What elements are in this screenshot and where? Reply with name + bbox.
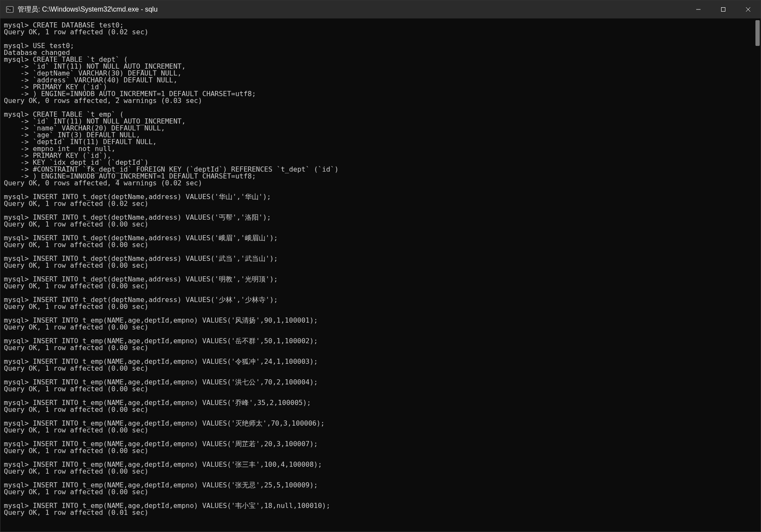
maximize-button[interactable] — [711, 0, 736, 18]
window-title: 管理员: C:\Windows\System32\cmd.exe - sqlu — [18, 5, 157, 14]
titlebar[interactable]: 管理员: C:\Windows\System32\cmd.exe - sqlu — [0, 0, 761, 18]
terminal-line — [4, 36, 757, 42]
terminal-line: Query OK, 0 rows affected, 2 warnings (0… — [4, 97, 757, 104]
terminal-line: Query OK, 1 row affected (0.00 sec) — [4, 406, 757, 413]
terminal-line: Query OK, 1 row affected (0.00 sec) — [4, 427, 757, 434]
terminal-body[interactable]: mysql> CREATE DATABASE test0;Query OK, 1… — [0, 18, 761, 532]
terminal-line: Query OK, 1 row affected (0.00 sec) — [4, 221, 757, 228]
terminal-output: mysql> CREATE DATABASE test0;Query OK, 1… — [4, 22, 757, 523]
scrollbar-thumb[interactable] — [755, 20, 760, 46]
terminal-line: Query OK, 1 row affected (0.00 sec) — [4, 303, 757, 310]
terminal-line: Query OK, 1 row affected (0.00 sec) — [4, 365, 757, 372]
terminal-line: -> `address` VARCHAR(40) DEFAULT NULL, — [4, 77, 757, 84]
terminal-line: Query OK, 1 row affected (0.00 sec) — [4, 447, 757, 454]
terminal-line — [4, 516, 757, 523]
terminal-line: Query OK, 1 row affected (0.02 sec) — [4, 29, 757, 36]
terminal-line: Query OK, 1 row affected (0.02 sec) — [4, 200, 757, 207]
close-button[interactable] — [736, 0, 761, 18]
terminal-line: -> empno int not null, — [4, 145, 757, 152]
terminal-line: Query OK, 1 row affected (0.00 sec) — [4, 468, 757, 475]
window-controls — [686, 0, 761, 18]
terminal-line: Query OK, 1 row affected (0.00 sec) — [4, 242, 757, 248]
terminal-line: Query OK, 1 row affected (0.00 sec) — [4, 324, 757, 331]
terminal-line: Query OK, 1 row affected (0.01 sec) — [4, 509, 757, 516]
terminal-line: Query OK, 0 rows affected, 4 warnings (0… — [4, 180, 757, 187]
terminal-line: mysql> USE test0; — [4, 42, 757, 49]
terminal-line: -> `deptId` INT(11) DEFAULT NULL, — [4, 139, 757, 145]
terminal-line: Query OK, 1 row affected (0.00 sec) — [4, 386, 757, 393]
terminal-line: Query OK, 1 row affected (0.00 sec) — [4, 262, 757, 269]
terminal-line: Query OK, 1 row affected (0.00 sec) — [4, 283, 757, 290]
svg-rect-3 — [722, 8, 725, 12]
cmd-icon — [6, 5, 14, 14]
minimize-button[interactable] — [686, 0, 711, 18]
terminal-line: Query OK, 1 row affected (0.00 sec) — [4, 345, 757, 351]
terminal-line: Query OK, 1 row affected (0.00 sec) — [4, 489, 757, 496]
svg-rect-0 — [6, 6, 13, 12]
cmd-window: 管理员: C:\Windows\System32\cmd.exe - sqlu … — [0, 0, 761, 532]
titlebar-left: 管理员: C:\Windows\System32\cmd.exe - sqlu — [0, 5, 157, 14]
